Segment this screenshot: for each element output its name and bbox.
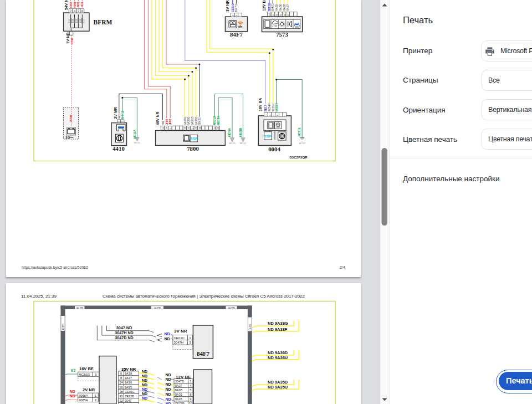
svg-text:ND: ND bbox=[166, 377, 171, 381]
svg-text:ND: ND bbox=[166, 402, 171, 404]
svg-text:3V NR: 3V NR bbox=[226, 0, 229, 12]
svg-text:30: 30 bbox=[119, 395, 122, 398]
svg-text:2: 2 bbox=[95, 398, 96, 402]
svg-text:30: 30 bbox=[165, 126, 168, 129]
svg-text:VJ: VJ bbox=[71, 369, 76, 372]
svg-text:JF02: JF02 bbox=[78, 2, 80, 8]
svg-text:9A36D: 9A36D bbox=[195, 116, 198, 125]
svg-text:MC20: MC20 bbox=[229, 142, 236, 145]
svg-text:9A37: 9A37 bbox=[175, 384, 182, 387]
svg-text:ND: ND bbox=[166, 387, 171, 391]
svg-text:16V BE: 16V BE bbox=[79, 366, 94, 371]
svg-text:JF04: JF04 bbox=[165, 119, 168, 125]
svg-text:MC11: MC11 bbox=[134, 141, 141, 144]
svg-text:5: 5 bbox=[190, 388, 191, 392]
svg-text:MC11A: MC11A bbox=[134, 129, 136, 139]
svg-text:ND 9A35D: ND 9A35D bbox=[268, 380, 288, 385]
svg-text:84F7: 84F7 bbox=[230, 31, 243, 38]
svg-text:9A36: 9A36 bbox=[175, 397, 182, 401]
svg-text:31: 31 bbox=[73, 9, 76, 12]
svg-text:ND: ND bbox=[165, 332, 170, 336]
svg-text:9A35: 9A35 bbox=[275, 4, 278, 11]
svg-text:10 PR: 10 PR bbox=[249, 324, 252, 330]
svg-text:MD21B: MD21B bbox=[239, 127, 242, 137]
svg-text:12: 12 bbox=[268, 13, 271, 16]
svg-text:33: 33 bbox=[81, 9, 84, 12]
svg-text:1: 1 bbox=[119, 121, 121, 122]
svg-text:9: 9 bbox=[95, 373, 96, 376]
svg-text:https://avtozapusk.by/c5-aircr: https://avtozapusk.by/c5-aircross/52062 bbox=[22, 265, 88, 270]
svg-text:8: 8 bbox=[120, 376, 122, 380]
svg-text:9A35: 9A35 bbox=[175, 393, 182, 396]
svg-text:3V NR: 3V NR bbox=[174, 329, 187, 334]
svg-text:0086A: 0086A bbox=[79, 394, 88, 397]
svg-text:3047H: 3047H bbox=[235, 4, 238, 12]
svg-text:9A37G: 9A37G bbox=[183, 116, 187, 125]
svg-text:2V NR: 2V NR bbox=[83, 387, 95, 392]
svg-text:ME78A: ME78A bbox=[217, 116, 220, 125]
svg-text:BFRM: BFRM bbox=[94, 19, 112, 25]
svg-text:9A37: 9A37 bbox=[125, 376, 132, 380]
svg-text:9A36: 9A36 bbox=[279, 4, 282, 11]
svg-text:40: 40 bbox=[77, 9, 80, 12]
svg-text:ZE22B: ZE22B bbox=[175, 402, 185, 404]
svg-text:2: 2 bbox=[122, 121, 124, 122]
svg-text:11: 11 bbox=[184, 127, 187, 130]
svg-text:4410: 4410 bbox=[112, 145, 125, 152]
svg-text:9A35: 9A35 bbox=[125, 386, 132, 389]
svg-text:10 PR: 10 PR bbox=[76, 306, 83, 309]
svg-text:MC51E: MC51E bbox=[298, 127, 301, 136]
svg-text:10 PR: 10 PR bbox=[154, 306, 161, 309]
svg-text:BT06: BT06 bbox=[71, 38, 74, 44]
svg-text:ND: ND bbox=[166, 392, 171, 396]
svg-text:18V BA: 18V BA bbox=[258, 98, 262, 111]
svg-text:1V ND: 1V ND bbox=[66, 32, 70, 44]
svg-text:10 PR: 10 PR bbox=[228, 306, 234, 309]
svg-text:22: 22 bbox=[70, 9, 73, 12]
svg-text:ND: ND bbox=[166, 373, 171, 377]
svg-text:ZE17: ZE17 bbox=[264, 105, 267, 111]
svg-text:26: 26 bbox=[119, 386, 122, 389]
svg-text:3047D: 3047D bbox=[271, 3, 274, 12]
svg-text:46V NR: 46V NR bbox=[156, 111, 160, 125]
svg-text:9: 9 bbox=[190, 397, 191, 401]
svg-text:46: 46 bbox=[217, 126, 219, 129]
svg-text:442: 442 bbox=[161, 120, 165, 125]
svg-text:ND 9A36D: ND 9A36D bbox=[268, 350, 288, 355]
svg-text:41: 41 bbox=[162, 126, 165, 129]
svg-text:2/4: 2/4 bbox=[340, 265, 345, 269]
svg-text:54V N: 54V N bbox=[64, 0, 68, 10]
svg-text:12V BE: 12V BE bbox=[262, 0, 266, 11]
svg-text:6: 6 bbox=[120, 372, 122, 375]
svg-text:4: 4 bbox=[190, 384, 191, 387]
svg-text:7842E: 7842E bbox=[198, 117, 201, 125]
svg-text:9A38: 9A38 bbox=[175, 388, 182, 392]
svg-text:9A36: 9A36 bbox=[125, 381, 132, 384]
svg-text:11.04.2025, 21:39: 11.04.2025, 21:39 bbox=[21, 294, 57, 299]
svg-text:9A35D: 9A35D bbox=[191, 116, 194, 125]
svg-text:MCBSG: MCBSG bbox=[79, 373, 90, 376]
svg-text:9A37: 9A37 bbox=[286, 4, 289, 11]
svg-text:3047: 3047 bbox=[125, 399, 131, 402]
svg-text:1: 1 bbox=[95, 394, 96, 397]
svg-text:9034P: 9034P bbox=[268, 103, 272, 111]
svg-text:19: 19 bbox=[195, 126, 197, 129]
svg-text:7800: 7800 bbox=[187, 145, 199, 152]
svg-text:3047D: 3047D bbox=[175, 380, 184, 383]
svg-text:ESP: ESP bbox=[191, 137, 198, 141]
svg-text:ZE22B: ZE22B bbox=[268, 3, 271, 12]
svg-text:MD21B: MD21B bbox=[213, 115, 217, 125]
svg-text:32: 32 bbox=[119, 399, 122, 402]
svg-text:ESP: ESP bbox=[264, 134, 271, 138]
svg-text:0004: 0004 bbox=[268, 146, 280, 152]
svg-text:ND: ND bbox=[165, 337, 170, 341]
svg-text:CE01C: CE01C bbox=[125, 390, 135, 393]
svg-text:8: 8 bbox=[190, 393, 191, 396]
svg-text:9A38: 9A38 bbox=[125, 372, 132, 375]
svg-text:MC21: MC21 bbox=[240, 142, 247, 145]
svg-text:ND: ND bbox=[70, 390, 75, 393]
svg-text:ND 9A38G: ND 9A38G bbox=[268, 321, 288, 326]
svg-text:ZE22B: ZE22B bbox=[125, 395, 134, 398]
svg-text:3047 ND: 3047 ND bbox=[116, 325, 132, 330]
svg-text:9A38G: 9A38G bbox=[187, 116, 190, 125]
